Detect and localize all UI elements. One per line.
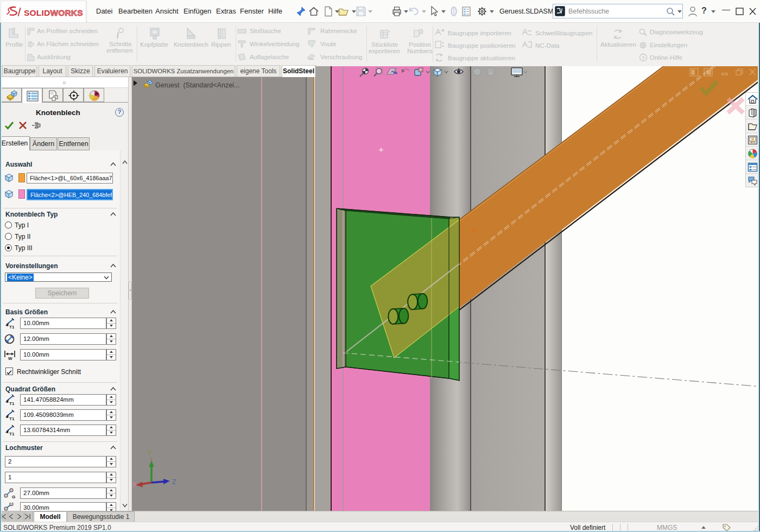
lochmuster-value1-input[interactable]: 2 <box>5 456 106 467</box>
radio-typ3-label[interactable]: Typ III <box>15 244 33 252</box>
doc-tab-bewegungsstudie[interactable]: Bewegungsstudie 1 <box>67 511 135 522</box>
stueckliste-label2[interactable]: exportieren <box>369 48 400 54</box>
spinner-up-button[interactable] <box>107 472 116 478</box>
voreinstellungen-collapse-icon[interactable] <box>110 264 116 268</box>
spinner-up-button[interactable] <box>107 457 116 462</box>
tab-property-manager[interactable] <box>22 88 42 103</box>
baugruppe-importieren-label[interactable]: Baugruppe importieren <box>448 30 511 36</box>
stueckliste-label1[interactable]: Stückliste <box>371 41 398 48</box>
spinner-up-button[interactable] <box>107 410 116 415</box>
kopfplatte-label[interactable]: Kopfplatte <box>140 41 168 48</box>
schnitte-entfernen-label1[interactable]: Schnitte <box>109 41 132 47</box>
tab-dimxpert-manager[interactable] <box>63 88 84 102</box>
baugruppe-aktualisieren-label[interactable]: Baugruppe aktualisieren <box>448 55 515 61</box>
panel-help-icon[interactable]: ? <box>115 108 124 117</box>
display-style-button[interactable] <box>415 68 423 75</box>
spinner-up-button[interactable] <box>107 425 116 430</box>
display-style-dropdown[interactable] <box>426 71 429 73</box>
status-units[interactable]: MMGS <box>657 524 677 531</box>
online-hilfe-icon[interactable]: ? <box>639 53 648 62</box>
an-profilen-schneiden-icon[interactable] <box>27 28 35 35</box>
spinner-down-button[interactable] <box>107 415 116 421</box>
view-orientation-button[interactable] <box>434 68 441 77</box>
radio-typ1-label[interactable]: Typ I <box>15 221 29 229</box>
lochmuster-value2-input[interactable]: 1 <box>5 472 106 483</box>
radio-typ3[interactable] <box>5 244 12 251</box>
mode-tab-erstellen[interactable]: Erstellen <box>0 136 30 150</box>
hide-show-items-button[interactable] <box>454 68 463 74</box>
save-dropdown[interactable] <box>368 10 372 13</box>
an-flaechen-schneiden-icon[interactable] <box>27 41 35 48</box>
view-settings-dropdown[interactable] <box>524 71 527 73</box>
menu-datei[interactable]: Datei <box>96 7 112 15</box>
confirm-cancel-icon[interactable] <box>728 99 743 113</box>
spinner-up-button[interactable] <box>107 334 116 339</box>
lochmuster-value3-input[interactable]: 27.00mm <box>20 487 106 499</box>
feature-tree-flyout-arrow[interactable] <box>134 80 137 86</box>
radio-typ1[interactable] <box>5 221 12 229</box>
mode-tab-entfernen[interactable]: Entfernen <box>58 137 90 150</box>
solidworks-logo[interactable]: SOLIDWORKS <box>1 1 86 23</box>
apply-scene-button[interactable] <box>487 68 495 75</box>
nc-data-icon[interactable] <box>521 40 533 49</box>
lochmuster-value4-spinner[interactable] <box>106 502 116 511</box>
options-dropdown[interactable] <box>490 10 494 13</box>
spinner-up-button[interactable] <box>107 503 116 508</box>
rippen-icon[interactable] <box>217 27 227 40</box>
knotenblech-ribbon-icon[interactable] <box>185 27 197 40</box>
graphics-viewport[interactable]: Y X Z Geruest (Standard<Anzei... <box>132 66 760 511</box>
rechtwinkliger-schnitt-label[interactable]: Rechtwinkliger Schnitt <box>17 368 81 376</box>
auflagelasche-icon[interactable] <box>237 53 246 61</box>
basis-value1-input[interactable]: 10.00mm <box>20 318 106 329</box>
view-settings-button[interactable] <box>511 68 522 77</box>
baugruppe-positionieren-label[interactable]: Baugruppe positionieren <box>448 42 516 49</box>
baugruppe-positionieren-icon[interactable] <box>434 40 445 49</box>
save-button[interactable] <box>355 5 367 17</box>
voreinstellungen-combobox[interactable]: <Keine> <box>5 273 112 282</box>
rechtwinkliger-schnitt-checkbox[interactable] <box>5 368 13 375</box>
quadrat-value2-spinner[interactable] <box>106 409 116 421</box>
selection2-field[interactable]: Fläche<2>@HEB_240_684bfef4 <box>27 189 113 200</box>
spinner-down-button[interactable] <box>107 400 116 406</box>
basis-collapse-icon[interactable] <box>110 310 116 314</box>
spinner-up-button[interactable] <box>107 350 116 355</box>
stueckliste-exportieren-icon[interactable] <box>379 28 391 40</box>
spinner-up-button[interactable] <box>107 488 116 493</box>
menu-extras[interactable]: Extras <box>216 7 236 15</box>
home-button[interactable] <box>308 5 320 17</box>
verschraubung-icon[interactable] <box>306 53 316 61</box>
user-account-icon[interactable] <box>687 5 698 17</box>
voreinstellungen-header[interactable]: Voreinstellungen <box>5 262 58 270</box>
spinner-down-button[interactable] <box>107 478 116 483</box>
lochmuster-value3-spinner[interactable] <box>106 487 116 499</box>
radio-typ2-label[interactable]: Typ II <box>15 233 30 240</box>
scrollbar-up-arrow[interactable] <box>122 160 128 164</box>
section-view-button[interactable] <box>387 68 398 74</box>
rippen-label[interactable]: Rippen <box>211 41 231 48</box>
nc-data-label[interactable]: NC-Data <box>535 42 560 49</box>
zoom-area-button[interactable] <box>374 68 383 77</box>
search-dropdown[interactable] <box>677 10 682 13</box>
close-button[interactable] <box>749 8 757 15</box>
help-dropdown[interactable] <box>711 10 715 13</box>
quadrat-collapse-icon[interactable] <box>110 387 116 391</box>
cancel-button[interactable] <box>18 121 27 130</box>
kopfplatte-icon[interactable] <box>149 27 161 40</box>
baugruppe-importieren-icon[interactable] <box>434 28 445 36</box>
panel-collapse-handle[interactable] <box>63 81 66 84</box>
pin-menu-icon[interactable] <box>296 6 307 17</box>
tab-scroll-buttons[interactable] <box>0 511 33 522</box>
auswahl-header[interactable]: Auswahl <box>5 161 32 168</box>
schweissbaugruppen-icon[interactable] <box>521 28 533 36</box>
auflagelasche-label[interactable]: Auflagelasche <box>250 54 289 60</box>
baugruppe-aktualisieren-icon[interactable] <box>434 53 444 62</box>
bom-options-icon[interactable] <box>460 5 472 17</box>
quadrat-value3-spinner[interactable] <box>106 425 116 436</box>
lochmuster-value4-input[interactable]: 30.00mm <box>20 502 106 511</box>
basis-value3-spinner[interactable] <box>106 349 116 360</box>
verschraubung-label[interactable]: Verschraubung <box>320 54 362 60</box>
auswahl-collapse-icon[interactable] <box>110 162 116 166</box>
tab-evaluieren[interactable]: Evaluieren <box>94 65 130 77</box>
select-dropdown[interactable] <box>441 10 446 13</box>
lochmuster-header[interactable]: Lochmuster <box>5 444 43 452</box>
